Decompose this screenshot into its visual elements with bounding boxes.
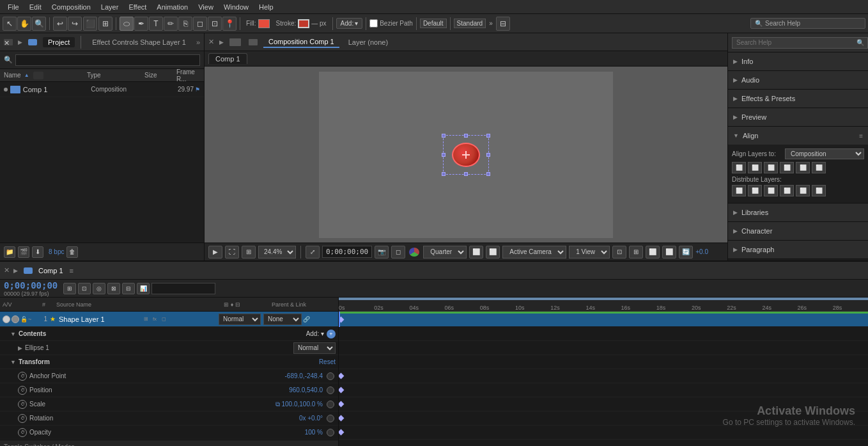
tl-ripple[interactable]: ⊞: [63, 283, 76, 294]
layer-shy-1[interactable]: ~: [28, 316, 35, 323]
dist-center-v[interactable]: ⬜: [796, 185, 810, 196]
import-btn[interactable]: ⬇: [32, 246, 43, 258]
full-screen-btn[interactable]: ⛶: [225, 246, 239, 259]
stroke-color-swatch[interactable]: [298, 19, 309, 28]
playhead[interactable]: [339, 312, 340, 327]
rotation-value[interactable]: 0x +0.0°: [299, 415, 323, 422]
anchor-stopwatch[interactable]: [327, 372, 334, 380]
ellipse1-arrow[interactable]: ▶: [18, 345, 22, 351]
position-stopwatch[interactable]: [327, 386, 334, 394]
tool-eraser[interactable]: ◻: [193, 17, 207, 31]
libraries-header[interactable]: ▶ Libraries: [728, 203, 868, 221]
dist-bottom[interactable]: ⬜: [812, 185, 826, 196]
fit-btn[interactable]: ⤢: [306, 246, 320, 259]
tool-brush[interactable]: ✏: [164, 17, 178, 31]
align-center-h[interactable]: ⬜: [748, 162, 762, 173]
left-panel-expand[interactable]: »: [196, 38, 200, 46]
audio-header[interactable]: ▶ Audio: [728, 71, 868, 89]
effect-controls-tab[interactable]: Effect Controls Shape Layer 1: [87, 37, 191, 47]
tl-search-input[interactable]: [151, 283, 215, 294]
layer-vis-1[interactable]: [3, 315, 10, 323]
bezier-checkbox[interactable]: [369, 19, 378, 28]
menu-effect[interactable]: Effect: [123, 2, 151, 12]
character-header[interactable]: ▶ Character: [728, 222, 868, 240]
tool-comp-viewer[interactable]: ⬛: [83, 17, 97, 31]
right-search-input[interactable]: [732, 37, 868, 49]
menu-help[interactable]: Help: [254, 2, 279, 12]
menu-window[interactable]: Window: [219, 2, 254, 12]
reset-label[interactable]: Reset: [319, 358, 336, 365]
add-prop-icon[interactable]: +: [327, 330, 336, 338]
dist-right[interactable]: ⬜: [764, 185, 778, 196]
add-dropdown[interactable]: Add: ▾: [336, 18, 363, 29]
default-select[interactable]: Default: [420, 19, 447, 28]
menu-composition[interactable]: Composition: [47, 2, 96, 12]
opacity-value[interactable]: 100 %: [305, 429, 323, 436]
scale-value[interactable]: ⧉ 100.0,100.0 %: [275, 401, 323, 408]
exposure3[interactable]: 🔄: [679, 246, 693, 259]
preview-header[interactable]: ▶ Preview: [728, 108, 868, 126]
shape-obj[interactable]: [447, 139, 485, 171]
handle-mr[interactable]: [486, 153, 490, 157]
tool-ellipse[interactable]: ⬭: [120, 17, 134, 31]
viewer-timecode[interactable]: 0;00;00;00: [322, 246, 372, 258]
menu-animation[interactable]: Animation: [151, 2, 193, 12]
fill-color-swatch[interactable]: [258, 19, 270, 28]
layer-lock-1[interactable]: 🔓: [20, 316, 27, 323]
tool-text[interactable]: T: [149, 17, 163, 31]
tool-hand[interactable]: ✋: [17, 17, 31, 31]
new-folder-btn[interactable]: 📁: [4, 246, 15, 258]
tool-puppet[interactable]: 📍: [222, 17, 236, 31]
effects-header[interactable]: ▶ Effects & Presets: [728, 90, 868, 108]
quality-select[interactable]: Quarter: [423, 246, 467, 259]
dist-center-h[interactable]: ⬜: [748, 185, 762, 196]
sw-effects[interactable]: fx: [151, 315, 159, 323]
layer-audio-1[interactable]: [12, 315, 19, 323]
tl-render[interactable]: ⊟: [122, 283, 135, 294]
search-help-input[interactable]: 🔍 Search Help: [750, 18, 865, 29]
menu-layer[interactable]: Layer: [96, 2, 124, 12]
tool-selection[interactable]: ↖: [3, 17, 17, 31]
tool-pen[interactable]: ✒: [134, 17, 148, 31]
handle-tm[interactable]: [464, 134, 468, 138]
add-prop-btn[interactable]: Add: ▾: [306, 330, 324, 337]
sw-motion-blur[interactable]: ⊞: [142, 315, 150, 323]
menu-view[interactable]: View: [193, 2, 219, 12]
panel-tab-close-btn[interactable]: ✕: [4, 39, 13, 45]
workspace-settings[interactable]: ⊟: [496, 17, 510, 31]
handle-tl[interactable]: [442, 134, 446, 138]
timeline-expand[interactable]: ≡: [70, 267, 74, 275]
align-right[interactable]: ⬜: [764, 162, 778, 173]
exposure2[interactable]: ⬜: [662, 246, 676, 259]
region-btn[interactable]: ⬜: [486, 246, 500, 259]
project-search-input[interactable]: [15, 54, 200, 66]
full-res-btn[interactable]: ⬜: [469, 246, 483, 259]
layer-row-1[interactable]: 🔓 ~ 1 ★ Shape Layer 1 ⊞ fx ◻ Normal: [0, 312, 338, 327]
timeline-close[interactable]: ✕: [4, 266, 10, 275]
tool-undo[interactable]: ↩: [53, 17, 67, 31]
blending-mode-select[interactable]: Normal: [219, 314, 261, 325]
show-snapshot-btn[interactable]: ◻: [391, 246, 405, 259]
project-item-comp1[interactable]: Comp 1 Composition 29.97 ⚑: [0, 82, 204, 97]
layer-star-1[interactable]: ★: [50, 315, 58, 323]
align-left[interactable]: ⬜: [732, 162, 746, 173]
snapshot-btn[interactable]: 📷: [375, 246, 389, 259]
tl-chart[interactable]: 📊: [137, 283, 150, 294]
transform-arrow[interactable]: ▼: [10, 359, 16, 365]
layer-viewer-tab[interactable]: Layer (none): [343, 37, 393, 47]
align-header[interactable]: ▼ Align ≡: [728, 127, 868, 145]
reset-exposure[interactable]: ⊞: [629, 246, 643, 259]
paragraph-header[interactable]: ▶ Paragraph: [728, 241, 868, 259]
tool-grid[interactable]: ⊞: [98, 17, 112, 31]
anchor-value[interactable]: -689.0,-248.4: [285, 372, 323, 379]
info-header[interactable]: ▶ Info: [728, 52, 868, 70]
camera-select[interactable]: Active Camera: [502, 246, 566, 259]
zoom-select[interactable]: 24.4%: [258, 246, 296, 259]
delete-btn[interactable]: 🗑: [66, 246, 78, 258]
comp-viewer-tab[interactable]: Composition Comp 1: [263, 36, 339, 48]
view-options-btn[interactable]: ⊞: [242, 246, 256, 259]
tl-snap[interactable]: ⊡: [78, 283, 91, 294]
always-preview-btn[interactable]: ▶: [208, 246, 222, 259]
tc-main[interactable]: 0;00;00;00: [4, 280, 58, 291]
ellipse-mode-select[interactable]: Normal: [293, 342, 336, 354]
